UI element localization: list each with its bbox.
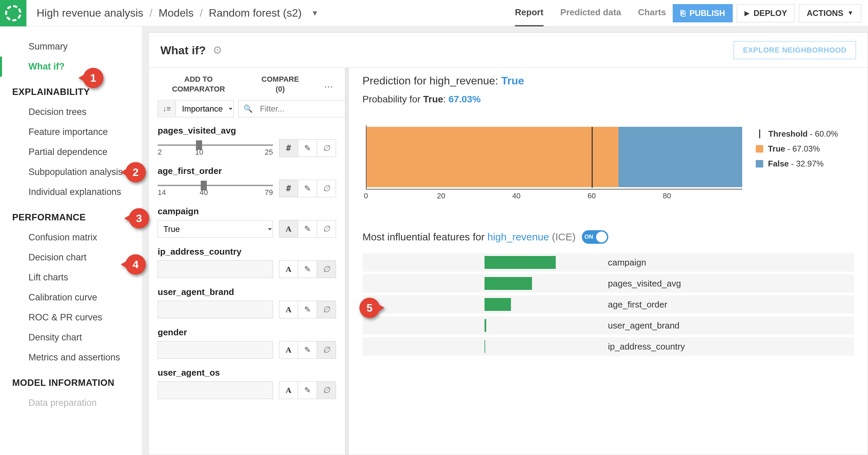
legend-value: 32.97% [796,159,824,168]
feature-input[interactable] [158,260,273,278]
slider-value: 10 [195,148,203,157]
slider-min: 2 [158,148,162,157]
type-null-button[interactable]: ∅ [317,220,336,238]
feature-ip-address-country: ip_address_country A ✎ ∅ [158,246,336,278]
filter-control: 🔍 [238,100,349,117]
ice-bar [485,319,486,332]
more-menu-icon[interactable]: … [321,79,336,90]
probability-sep: : [443,94,449,104]
feature-name: campaign [158,206,336,217]
page-title: What if? [160,44,206,57]
feature-slider[interactable]: 2 10 25 [158,140,273,157]
breadcrumb-project[interactable]: High revenue analysis [37,7,143,19]
type-edit-button[interactable]: ✎ [298,341,317,359]
legend-value: 67.03% [792,144,820,153]
sidebar-item-whatif[interactable]: What if? [0,57,142,77]
feature-type-buttons: A ✎ ∅ [279,260,336,278]
sidebar-item-summary[interactable]: Summary [0,37,142,57]
explore-neighborhood-button[interactable]: EXPLORE NEIGHBORHOOD [733,41,856,59]
type-edit-button[interactable]: ✎ [298,139,317,157]
deploy-button[interactable]: ▶ DEPLOY [737,4,795,22]
sidebar-item-individual-explanations[interactable]: Individual explanations [0,182,142,202]
gear-icon[interactable]: ⚙ [213,44,222,57]
feature-user-agent-brand: user_agent_brand A ✎ ∅ [158,287,336,318]
breadcrumb-sep: / [200,7,203,19]
bar-segment-false [618,127,742,187]
type-null-button[interactable]: ∅ [317,260,336,278]
annotation-2: 2 [125,162,146,182]
ice-row: campaign [362,253,854,272]
ice-bar [485,277,532,290]
tab-report[interactable]: Report [515,0,544,26]
probability-chart: 0 20 40 60 80 Threshol [362,125,854,203]
probability-value: 67.03% [449,94,481,104]
breadcrumb-model-name[interactable]: Random forest (s2) [209,7,302,19]
threshold-swatch-icon [759,130,760,138]
sidebar-item-roc-pr[interactable]: ROC & PR curves [0,308,142,328]
type-text-button[interactable]: A [279,260,298,278]
tab-charts[interactable]: Charts [638,0,666,26]
probability-legend: Threshold - 60.0% True - 67.03% False - … [756,125,854,174]
chevron-down-icon[interactable]: ▼ [311,9,319,18]
add-to-comparator-l2: COMPARATOR [158,84,239,94]
feature-slider[interactable]: 14 40 79 [158,180,273,197]
actions-button[interactable]: ACTIONS ▼ [799,4,861,22]
feature-age-first-order: age_first_order 14 40 79 [158,166,336,197]
publish-button[interactable]: ⎘ PUBLISH [673,4,733,22]
type-edit-button[interactable]: ✎ [298,301,317,318]
breadcrumb-models[interactable]: Models [159,7,194,19]
type-text-button[interactable]: A [279,341,298,359]
panels: ADD TO COMPARATOR COMPARE (0) … ↓≡ [149,68,868,455]
type-null-button[interactable]: ∅ [317,381,336,399]
type-edit-button[interactable]: ✎ [298,180,317,197]
sort-select[interactable]: Importance [176,100,233,117]
legend-true: True - 67.03% [756,144,854,154]
ice-target: high_revenue [488,231,549,242]
type-null-button[interactable]: ∅ [317,301,336,318]
sidebar-item-calibration-curve[interactable]: Calibration curve [0,288,142,308]
features-panel-header: ADD TO COMPARATOR COMPARE (0) … [158,73,336,100]
feature-input[interactable] [158,381,273,399]
feature-type-buttons: # ✎ ∅ [279,180,336,197]
type-numeric-button[interactable]: # [279,180,298,197]
sidebar-item-data-preparation[interactable]: Data preparation [0,393,142,413]
topbar: High revenue analysis / Models / Random … [0,0,868,26]
breadcrumb-sep: / [150,7,153,19]
feature-type-buttons: A ✎ ∅ [279,341,336,359]
type-edit-button[interactable]: ✎ [298,260,317,278]
type-text-button[interactable]: A [279,220,298,238]
filter-input[interactable] [257,101,349,117]
type-edit-button[interactable]: ✎ [298,220,317,238]
type-null-button[interactable]: ∅ [317,139,336,157]
ice-label: age_first_order [600,299,667,310]
type-edit-button[interactable]: ✎ [298,381,317,399]
feature-select[interactable]: True [158,220,273,238]
slider-max: 25 [265,148,273,157]
ice-toggle[interactable]: ON [582,230,608,244]
ice-suffix: (ICE) [549,231,575,242]
sidebar: Summary What if? EXPLAINABILITY Decision… [0,26,142,455]
sidebar-item-partial-dependence[interactable]: Partial dependence [0,142,142,162]
app-logo[interactable] [0,0,26,26]
feature-type-buttons: A ✎ ∅ [279,381,336,399]
type-text-button[interactable]: A [279,301,298,318]
type-null-button[interactable]: ∅ [317,180,336,197]
features-controls: ↓≡ Importance 🔍 [158,100,336,117]
feature-input[interactable] [158,341,273,359]
sidebar-item-metrics-assertions[interactable]: Metrics and assertions [0,348,142,368]
actions-label: ACTIONS [807,8,843,18]
compare-button[interactable]: COMPARE (0) [239,75,321,94]
type-numeric-button[interactable]: # [279,139,298,157]
type-null-button[interactable]: ∅ [317,341,336,359]
toggle-label: ON [585,234,593,240]
add-to-comparator-button[interactable]: ADD TO COMPARATOR [158,75,239,94]
type-text-button[interactable]: A [279,381,298,399]
sidebar-item-confusion-matrix[interactable]: Confusion matrix [0,228,142,248]
tab-predicted-data[interactable]: Predicted data [560,0,621,26]
feature-input[interactable] [158,301,273,318]
sort-control[interactable]: ↓≡ Importance [158,100,234,117]
legend-false: False - 32.97% [756,159,854,169]
sidebar-item-decision-trees[interactable]: Decision trees [0,102,142,122]
sidebar-item-feature-importance[interactable]: Feature importance [0,122,142,142]
sidebar-item-density-chart[interactable]: Density chart [0,328,142,348]
